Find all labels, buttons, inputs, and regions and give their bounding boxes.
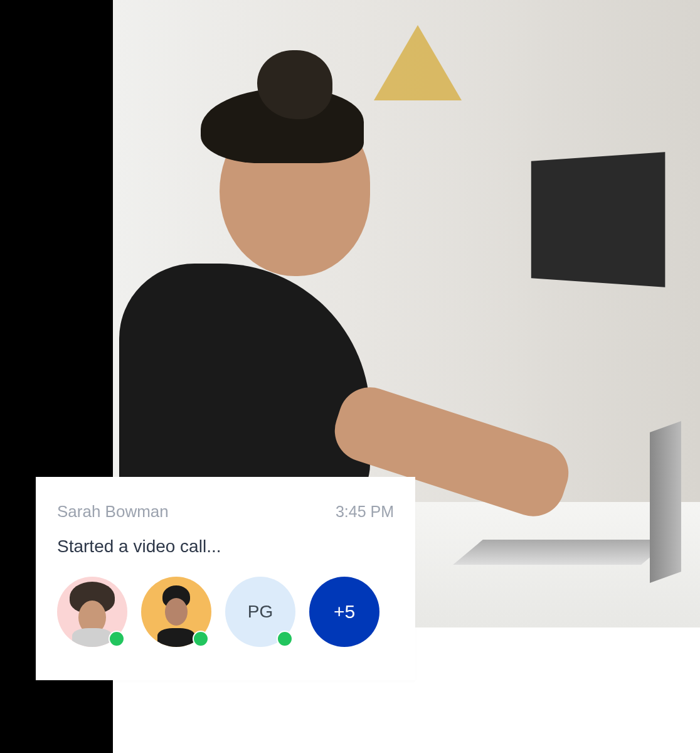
notification-message: Started a video call... xyxy=(57,537,394,557)
sender-name: Sarah Bowman xyxy=(57,502,169,521)
participants-row: PG +5 xyxy=(57,577,394,647)
overflow-count: +5 xyxy=(309,577,379,647)
online-status-icon xyxy=(193,631,209,647)
participant-overflow-button[interactable]: +5 xyxy=(309,577,379,647)
online-status-icon xyxy=(109,631,125,647)
participant-avatar[interactable]: PG xyxy=(225,577,295,647)
participant-avatar[interactable] xyxy=(141,577,211,647)
online-status-icon xyxy=(277,631,293,647)
timestamp: 3:45 PM xyxy=(336,503,394,521)
participant-avatar[interactable] xyxy=(57,577,127,647)
video-call-notification-card[interactable]: Sarah Bowman 3:45 PM Started a video cal… xyxy=(36,477,415,680)
notification-header: Sarah Bowman 3:45 PM xyxy=(57,502,394,521)
